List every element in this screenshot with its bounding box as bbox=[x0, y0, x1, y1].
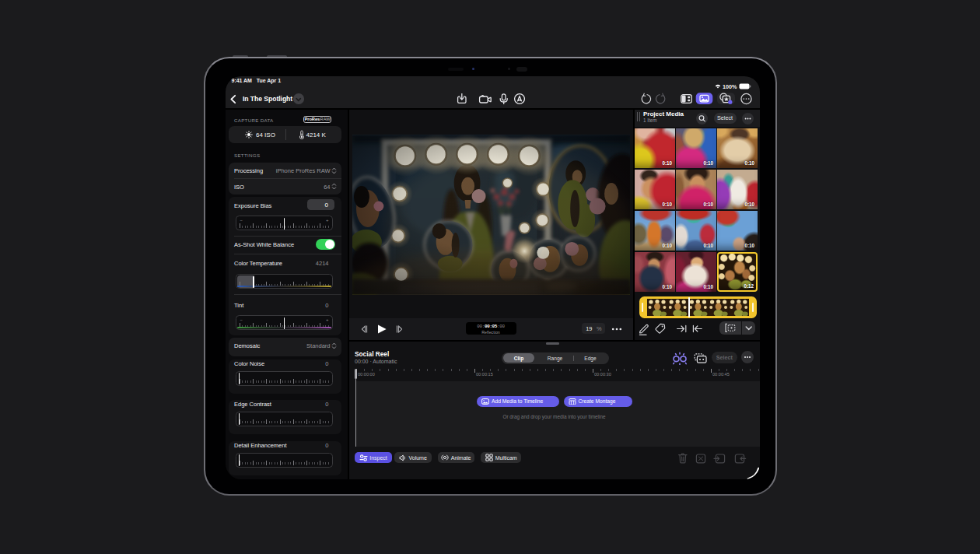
svg-text:100%: 100% bbox=[723, 82, 737, 89]
